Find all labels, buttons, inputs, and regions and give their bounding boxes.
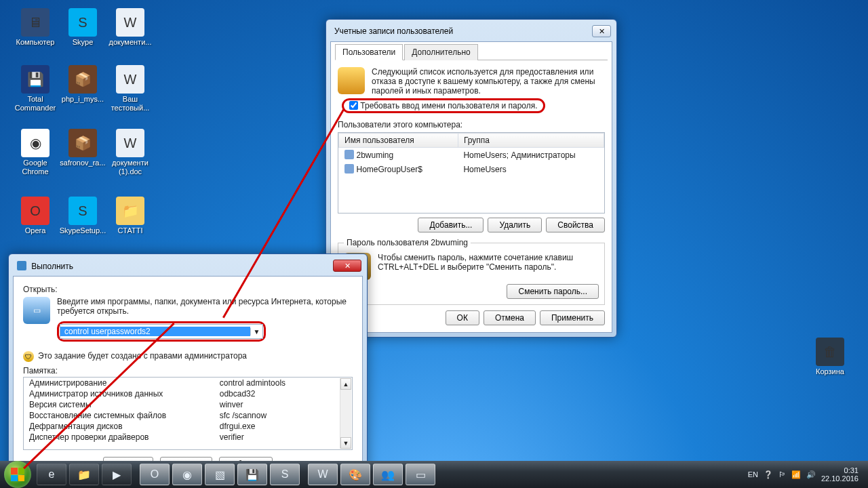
- user-icon: [344, 150, 354, 159]
- icon-glyph: W: [116, 65, 144, 94]
- open-label: Открыть:: [23, 285, 353, 294]
- desktop-icon[interactable]: 💾Total Commander: [12, 65, 58, 113]
- memo-list[interactable]: Администрированиеcontrol admintoolsАдмин…: [23, 377, 353, 450]
- require-login-checkbox[interactable]: [349, 101, 358, 110]
- run-value-highlight: ▼: [57, 321, 266, 342]
- clock[interactable]: 0:31 22.10.2016: [821, 466, 859, 483]
- scroll-down-icon[interactable]: ▼: [340, 437, 351, 449]
- icon-label: Skype: [73, 38, 94, 47]
- scroll-up-icon[interactable]: ▲: [340, 378, 351, 390]
- icon-label: Компьютер: [16, 38, 55, 47]
- lang-indicator[interactable]: EN: [748, 470, 758, 479]
- change-password-button[interactable]: Сменить пароль...: [507, 284, 599, 299]
- user-icon: [344, 164, 354, 174]
- desktop-icon[interactable]: Wдокументи (1).doc: [107, 129, 153, 176]
- icon-label: документи (1).doc: [107, 159, 153, 176]
- icon-label: документи...: [109, 38, 152, 47]
- desktop-icon[interactable]: 🗑Корзина: [807, 338, 853, 376]
- desktop-icon[interactable]: Wдокументи...: [107, 8, 153, 47]
- help-icon[interactable]: ❔: [764, 470, 773, 479]
- icon-label: Ваш тестовый...: [107, 95, 153, 113]
- system-tray[interactable]: EN ❔ 🏳 📶 🔊 0:31 22.10.2016: [748, 466, 864, 483]
- tb-paint-icon[interactable]: 🎨: [340, 464, 370, 485]
- tb-run-icon[interactable]: ▭: [406, 464, 435, 485]
- password-hint: Чтобы сменить пароль, нажмите сочетание …: [378, 253, 599, 272]
- window-title: Выполнить: [17, 261, 73, 271]
- list-item[interactable]: Администратор источников данныхodbcad32: [24, 388, 352, 399]
- icon-label: SkypeSetup...: [60, 226, 106, 235]
- flag-icon[interactable]: 🏳: [778, 470, 786, 479]
- properties-button[interactable]: Свойства: [546, 218, 605, 232]
- run-icon: [17, 261, 26, 270]
- desktop-icon[interactable]: OOpera: [12, 197, 58, 235]
- tb-word-icon[interactable]: W: [308, 464, 338, 485]
- icon-label: Google Chrome: [12, 159, 58, 176]
- user-accounts-window: Учетные записи пользователей ✕ Пользоват…: [326, 19, 617, 338]
- tb-app1-icon[interactable]: ▧: [205, 464, 235, 485]
- tb-opera-icon[interactable]: O: [140, 464, 170, 485]
- password-legend: Пароль пользователя 2bwuming: [344, 238, 471, 247]
- require-login-label: Требовать ввод имени пользователя и паро…: [360, 101, 537, 110]
- icon-glyph: W: [116, 8, 144, 37]
- icon-label: Opera: [25, 226, 46, 235]
- cancel-button[interactable]: Отмена: [484, 310, 536, 325]
- apply-button[interactable]: Применить: [540, 310, 605, 325]
- shield-icon: 🛡: [23, 351, 34, 362]
- tb-explorer-icon[interactable]: 📁: [69, 464, 99, 485]
- tb-usercpl-icon[interactable]: 👥: [373, 464, 403, 485]
- users-table[interactable]: Имя пользователя Группа 2bwumingHomeUser…: [338, 132, 605, 214]
- network-icon[interactable]: 📶: [791, 470, 801, 479]
- tb-chrome-icon[interactable]: ◉: [172, 464, 202, 485]
- desktop-icon[interactable]: ◉Google Chrome: [12, 129, 58, 176]
- memo-label: Памятка:: [23, 366, 353, 375]
- close-icon[interactable]: ✕: [592, 25, 611, 37]
- volume-icon[interactable]: 🔊: [806, 470, 816, 479]
- tb-skype-icon[interactable]: S: [270, 464, 300, 485]
- tb-wmp-icon[interactable]: ▶: [102, 464, 132, 485]
- require-login-highlight: Требовать ввод имени пользователя и паро…: [342, 98, 545, 113]
- icon-glyph: 📁: [116, 197, 144, 225]
- tab-users[interactable]: Пользователи: [335, 44, 403, 60]
- users-icon: [338, 67, 365, 94]
- icon-glyph: O: [21, 197, 50, 225]
- icon-glyph: 📦: [68, 65, 97, 94]
- col-group[interactable]: Группа: [458, 134, 604, 148]
- col-username[interactable]: Имя пользователя: [339, 134, 458, 148]
- scrollbar[interactable]: ▲▼: [340, 378, 351, 449]
- icon-glyph: ◉: [21, 129, 50, 157]
- list-item[interactable]: Дефрагментация дисковdfrgui.exe: [24, 421, 352, 432]
- desktop-icon[interactable]: 🖥Компьютер: [12, 8, 58, 47]
- desktop-icon[interactable]: WВаш тестовый...: [107, 65, 153, 113]
- table-row[interactable]: HomeGroupUser$HomeUsers: [339, 162, 604, 176]
- icon-label: Total Commander: [12, 95, 58, 113]
- icon-glyph: 🖥: [21, 8, 50, 37]
- tb-tc-icon[interactable]: 💾: [237, 464, 267, 485]
- list-item[interactable]: Версия системыwinver: [24, 399, 352, 410]
- icon-glyph: W: [116, 129, 144, 157]
- table-row[interactable]: 2bwumingHomeUsers; Администраторы: [339, 148, 604, 163]
- icon-glyph: 🗑: [816, 338, 844, 366]
- tab-advanced[interactable]: Дополнительно: [404, 44, 477, 60]
- close-icon[interactable]: ✕: [333, 260, 361, 272]
- icon-label: php_i_mys...: [62, 95, 104, 104]
- run-glyph-icon: ▭: [23, 297, 50, 324]
- ok-button[interactable]: ОК: [446, 310, 479, 325]
- icon-glyph: S: [68, 8, 97, 37]
- icon-label: Корзина: [816, 367, 844, 376]
- chevron-down-icon[interactable]: ▼: [250, 328, 262, 336]
- desktop-icon[interactable]: SSkype: [60, 8, 106, 47]
- desktop-icon[interactable]: 📦php_i_mys...: [60, 65, 106, 104]
- desktop-icon[interactable]: 📁СТАТТІ: [107, 197, 153, 235]
- list-item[interactable]: Диспетчер проверки драйверовverifier: [24, 432, 352, 443]
- intro-text: Следующий список используется для предос…: [372, 67, 605, 96]
- tb-ie-icon[interactable]: e: [37, 464, 66, 485]
- add-button[interactable]: Добавить...: [418, 218, 484, 232]
- desktop-icon[interactable]: 📦safronov_ra...: [60, 129, 106, 167]
- window-title: Учетные записи пользователей: [334, 26, 453, 36]
- run-hint: Введите имя программы, папки, документа …: [57, 297, 353, 316]
- run-input[interactable]: [60, 327, 250, 336]
- list-item[interactable]: Администрированиеcontrol admintools: [24, 378, 352, 388]
- delete-button[interactable]: Удалить: [488, 218, 542, 232]
- desktop-icon[interactable]: SSkypeSetup...: [60, 197, 106, 235]
- run-window: Выполнить ✕ Открыть: ▭ Введите имя прогр…: [8, 253, 368, 485]
